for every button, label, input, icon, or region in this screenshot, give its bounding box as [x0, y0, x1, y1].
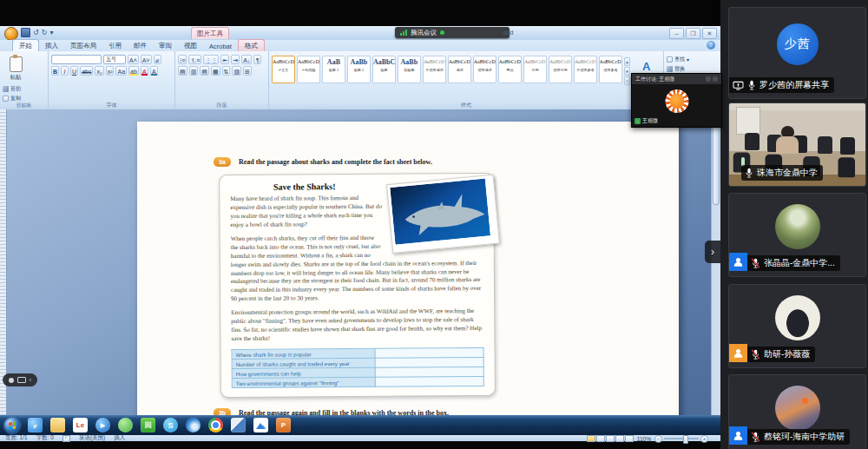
character-border-button[interactable]: A [150, 66, 158, 76]
justify-icon[interactable]: ▦ [211, 66, 220, 76]
minimize-button[interactable]: – [669, 28, 684, 39]
document-page[interactable]: 3a Read the passage about sharks and com… [137, 122, 679, 434]
participant-tile-screen-share[interactable]: 少茜 罗少茜的屏幕共享 [728, 7, 866, 99]
strikethrough-button[interactable]: abc [80, 66, 93, 76]
close-button[interactable]: ✕ [702, 28, 717, 39]
status-language[interactable]: 英语(美国) [79, 434, 105, 442]
sidebar-collapse-handle[interactable]: › [705, 241, 720, 263]
outline-view-icon[interactable] [615, 435, 624, 442]
decrease-indent-icon[interactable]: ⇤ [220, 55, 229, 64]
participant-tile-video[interactable]: 珠海市金鼎中学 [728, 102, 866, 187]
paste-button[interactable]: 粘贴 [3, 54, 29, 82]
shading-icon[interactable]: ▨ [232, 66, 241, 76]
numbering-icon[interactable]: ⒈≡ [188, 55, 201, 64]
draft-view-icon[interactable] [625, 435, 634, 442]
taskbar-photo-viewer-icon[interactable] [231, 418, 246, 432]
tab-view[interactable]: 视图 [178, 40, 203, 51]
align-left-icon[interactable]: ▤ [178, 66, 187, 76]
text-highlight-button[interactable]: ab [128, 66, 139, 76]
undo-icon[interactable]: ↺ [33, 28, 39, 37]
tab-mailings[interactable]: 邮件 [128, 40, 153, 51]
font-color-button[interactable]: A [141, 66, 148, 76]
style-chip[interactable]: AaBb标题 2 [347, 56, 371, 83]
font-name-select[interactable] [51, 55, 102, 64]
style-chip[interactable]: AaBbCcD明显强调 [473, 56, 496, 83]
taskbar-media-player-icon[interactable]: ▶ [95, 418, 110, 432]
style-chip[interactable]: AaB标题 1 [322, 56, 345, 83]
tab-insert[interactable]: 插入 [39, 40, 64, 51]
zoom-thumb[interactable] [683, 435, 688, 444]
tab-home[interactable]: 开始 [12, 39, 39, 51]
ime-toolbar[interactable]: ‹ [3, 373, 37, 386]
underline-button[interactable]: U [70, 66, 78, 76]
superscript-button[interactable]: x² [106, 66, 115, 76]
tab-review[interactable]: 审阅 [153, 40, 178, 51]
chevron-left-icon[interactable]: ‹ [30, 373, 31, 386]
taskbar-green-app-icon[interactable] [118, 418, 133, 432]
qat-dropdown-icon[interactable]: ▾ [49, 28, 53, 37]
style-chip[interactable]: AaBbC标题 [372, 56, 396, 83]
proofing-icon[interactable] [62, 435, 70, 442]
style-chip[interactable]: AaBbCcD不明显强调 [423, 56, 446, 83]
subscript-button[interactable]: x₂ [95, 66, 103, 76]
cut-button[interactable]: 剪切 [3, 85, 26, 93]
web-layout-icon[interactable] [606, 435, 615, 442]
gallery-down-icon[interactable]: ▾ [624, 67, 631, 76]
zoom-in-button[interactable]: + [700, 435, 708, 443]
increase-indent-icon[interactable]: ⇥ [231, 55, 240, 64]
taskbar-letv-icon[interactable]: Le [73, 418, 88, 432]
maximize-button[interactable]: ❐ [686, 28, 700, 39]
taskbar-browser-swirl-icon[interactable] [186, 418, 201, 432]
grow-font-button[interactable]: A˄ [128, 55, 139, 64]
fullscreen-reading-icon[interactable] [596, 435, 605, 442]
status-word-count[interactable]: 字数: 0 [36, 434, 54, 442]
style-chip[interactable]: AaBbCcD明显引用 [549, 56, 572, 83]
participant-tile-avatar[interactable]: 张晶晶-金鼎中学... [728, 193, 866, 277]
italic-button[interactable]: I [61, 66, 69, 76]
style-chip[interactable]: AaBbCcD要点 [498, 56, 522, 83]
participant-tile-avatar[interactable]: 助研-孙薇薇 [728, 284, 866, 368]
taskbar-green-square-app-icon[interactable]: 回 [141, 418, 155, 432]
shrink-font-button[interactable]: A˅ [141, 55, 152, 64]
panel-button[interactable] [706, 76, 711, 82]
zoom-out-button[interactable]: − [654, 435, 662, 443]
font-size-select[interactable]: 五号 [103, 55, 126, 64]
taskbar-powerpoint-icon[interactable]: P [276, 418, 291, 432]
style-chip[interactable]: AaBbCcD不明显参考 [574, 56, 597, 83]
align-right-icon[interactable]: ▤ [200, 66, 209, 76]
sort-icon[interactable]: A↓ [241, 55, 252, 64]
bold-button[interactable]: B [51, 66, 59, 76]
keyboard-icon[interactable] [17, 377, 26, 383]
find-button[interactable]: 查找 ▾ [667, 56, 689, 63]
tab-format[interactable]: 格式 [238, 39, 265, 51]
replace-button[interactable]: 替换 [667, 65, 689, 73]
status-page-count[interactable]: 页面: 1/1 [5, 434, 28, 442]
line-spacing-icon[interactable]: ⇅ [222, 66, 231, 76]
redo-icon[interactable]: ↻ [42, 28, 48, 37]
tab-references[interactable]: 引用 [102, 40, 128, 51]
save-icon[interactable] [21, 28, 30, 37]
meeting-floating-pill[interactable]: 腾讯会议 [395, 27, 510, 38]
participant-tile-avatar[interactable]: 蔡铭珂-海南中学助研 [728, 374, 866, 449]
panel-button[interactable] [713, 76, 718, 82]
tab-acrobat[interactable]: Acrobat [203, 41, 238, 51]
help-icon[interactable]: ? [707, 41, 715, 50]
ime-face-icon[interactable] [9, 378, 14, 383]
bullets-icon[interactable]: ⁝≡ [178, 55, 187, 64]
taskbar-meeting-app-icon[interactable] [253, 418, 268, 432]
gallery-more-icon[interactable]: ▿ [624, 76, 631, 85]
gallery-up-icon[interactable]: ▴ [624, 57, 631, 66]
print-layout-icon[interactable] [587, 435, 595, 442]
taskbar-chrome-icon[interactable] [208, 418, 223, 432]
align-center-icon[interactable]: ▥ [189, 66, 199, 76]
pilcrow-icon[interactable]: ¶ [253, 55, 261, 64]
style-chip[interactable]: AaBbCcD明显参考 [599, 56, 622, 83]
taskbar-ie-icon[interactable]: e [28, 418, 43, 432]
discussion-floating-panel[interactable]: 工作讨论: 王相微 ↓ 王相微 [631, 73, 722, 128]
clear-formatting-button[interactable]: ⌀ [154, 55, 161, 64]
start-button[interactable] [4, 418, 20, 433]
style-chip[interactable]: AaBbCcD强调 [448, 56, 471, 83]
style-chip[interactable]: AaBbCcD引用 [523, 56, 547, 83]
status-insert-mode[interactable]: 插入 [114, 434, 125, 442]
change-case-button[interactable]: Aa [115, 66, 127, 76]
